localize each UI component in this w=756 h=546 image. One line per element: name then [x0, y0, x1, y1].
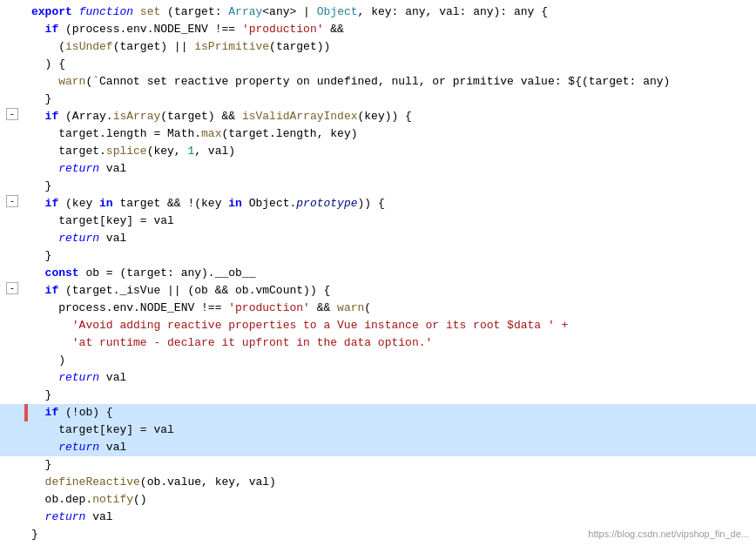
line-22: return val — [0, 369, 756, 387]
code-21: ) — [28, 352, 756, 369]
line-19: 'Avoid adding reactive properties to a V… — [0, 317, 756, 334]
line-21: ) — [0, 352, 756, 369]
line-11: } — [0, 178, 756, 195]
code-block: export function set (target: Array<any> … — [0, 0, 756, 546]
code-14: return val — [28, 230, 756, 247]
code-26: return val — [28, 439, 756, 456]
code-24: if (!ob) { — [28, 404, 756, 421]
code-3: (isUndef(target) || isPrimitive(target)) — [28, 38, 756, 56]
line-18: process.env.NODE_ENV !== 'production' &&… — [0, 300, 756, 317]
line-14: return val — [0, 230, 756, 247]
line-12: - if (key in target && !(key in Object.p… — [0, 195, 756, 212]
line-4: ) { — [0, 56, 756, 73]
code-17: if (target._isVue || (ob && ob.vmCount))… — [28, 282, 756, 300]
code-2: if (process.env.NODE_ENV !== 'production… — [28, 21, 756, 38]
code-8: target.length = Math.max(target.length, … — [28, 125, 756, 143]
line-1: export function set (target: Array<any> … — [0, 3, 756, 21]
code-23: } — [28, 387, 756, 404]
line-28: defineReactive(ob.value, key, val) — [0, 474, 756, 491]
code-15: } — [28, 247, 756, 265]
code-11: } — [28, 178, 756, 195]
line-27: } — [0, 456, 756, 474]
line-23: } — [0, 387, 756, 404]
code-18: process.env.NODE_ENV !== 'production' &&… — [28, 300, 756, 317]
line-9: target.splice(key, 1, val) — [0, 143, 756, 160]
line-25: target[key] = val — [0, 421, 756, 439]
code-12: if (key in target && !(key in Object.pro… — [28, 195, 756, 212]
fold-icon-17[interactable]: - — [6, 282, 18, 294]
line-13: target[key] = val — [0, 212, 756, 230]
gutter-12[interactable]: - — [0, 195, 24, 207]
line-2: if (process.env.NODE_ENV !== 'production… — [0, 21, 756, 38]
code-7: if (Array.isArray(target) && isValidArra… — [28, 108, 756, 125]
code-1: export function set (target: Array<any> … — [28, 3, 756, 21]
code-25: target[key] = val — [28, 421, 756, 439]
line-15: } — [0, 247, 756, 265]
line-30: return val — [0, 509, 756, 526]
code-container: export function set (target: Array<any> … — [0, 0, 756, 546]
code-29: ob.dep.notify() — [28, 491, 756, 509]
line-3: (isUndef(target) || isPrimitive(target)) — [0, 38, 756, 56]
code-30: return val — [28, 509, 756, 526]
line-10: return val — [0, 160, 756, 178]
line-24: if (!ob) { — [0, 404, 756, 421]
line-29: ob.dep.notify() — [0, 491, 756, 509]
line-6: } — [0, 91, 756, 108]
watermark: https://blog.csdn.net/vipshop_fin_de... — [588, 527, 749, 542]
line-20: 'at runtime - declare it upfront in the … — [0, 334, 756, 352]
line-16: const ob = (target: any).__ob__ — [0, 265, 756, 282]
code-6: } — [28, 91, 756, 108]
code-4: ) { — [28, 56, 756, 73]
gutter-17[interactable]: - — [0, 282, 24, 294]
code-27: } — [28, 456, 756, 474]
gutter-7[interactable]: - — [0, 108, 24, 120]
code-13: target[key] = val — [28, 212, 756, 230]
code-20: 'at runtime - declare it upfront in the … — [28, 334, 756, 352]
code-28: defineReactive(ob.value, key, val) — [28, 474, 756, 491]
line-7: - if (Array.isArray(target) && isValidAr… — [0, 108, 756, 125]
code-9: target.splice(key, 1, val) — [28, 143, 756, 160]
fold-icon-7[interactable]: - — [6, 108, 18, 120]
fold-icon-12[interactable]: - — [6, 195, 18, 207]
line-5: warn(`Cannot set reactive property on un… — [0, 73, 756, 91]
code-16: const ob = (target: any).__ob__ — [28, 265, 756, 282]
line-17: - if (target._isVue || (ob && ob.vmCount… — [0, 282, 756, 300]
line-8: target.length = Math.max(target.length, … — [0, 125, 756, 143]
code-22: return val — [28, 369, 756, 387]
code-10: return val — [28, 160, 756, 178]
line-26: return val — [0, 439, 756, 456]
code-5: warn(`Cannot set reactive property on un… — [28, 73, 756, 91]
code-19: 'Avoid adding reactive properties to a V… — [28, 317, 756, 334]
